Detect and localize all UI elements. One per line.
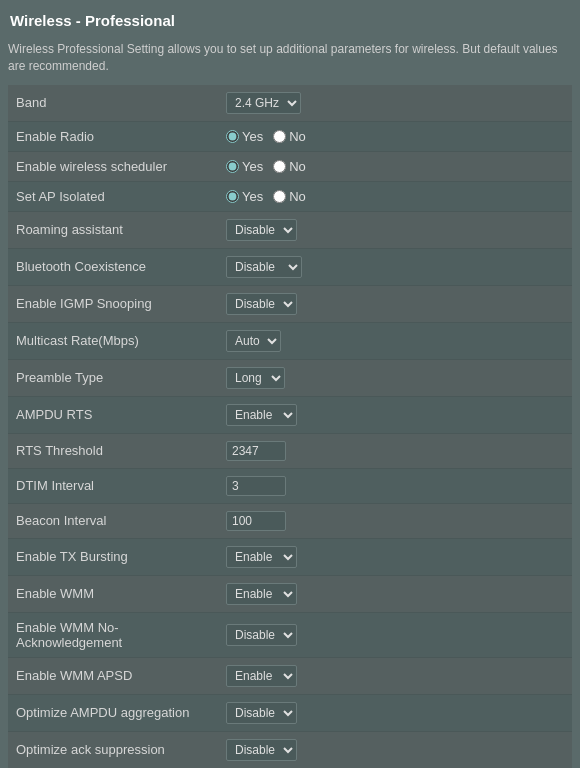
field-control-enable_igmp_snooping: DisableEnable — [218, 285, 572, 322]
field-control-rts_threshold — [218, 433, 572, 468]
field-control-enable_wmm: EnableDisable — [218, 575, 572, 612]
enable_wireless_scheduler-radio-no[interactable] — [273, 160, 286, 173]
set_ap_isolated-radio-label-no[interactable]: No — [273, 189, 306, 204]
enable_wireless_scheduler-radio-label-yes[interactable]: Yes — [226, 159, 263, 174]
enable_wmm_no_ack-select[interactable]: DisableEnable — [226, 624, 297, 646]
multicast_rate-select[interactable]: Auto125.511 — [226, 330, 281, 352]
set_ap_isolated-radio-yes[interactable] — [226, 190, 239, 203]
field-label-bluetooth_coexistence: Bluetooth Coexistence — [8, 248, 218, 285]
field-label-ampdu_rts: AMPDU RTS — [8, 396, 218, 433]
beacon_interval-input[interactable] — [226, 511, 286, 531]
field-control-enable_tx_bursting: EnableDisable — [218, 538, 572, 575]
field-control-optimize_ampdu: DisableEnable — [218, 694, 572, 731]
page-container: Wireless - Professional Wireless Profess… — [0, 0, 580, 768]
bluetooth_coexistence-select[interactable]: DisableEnablePreempt — [226, 256, 302, 278]
set_ap_isolated-radio-no[interactable] — [273, 190, 286, 203]
field-control-roaming_assistant: DisableEnable — [218, 211, 572, 248]
settings-row-roaming_assistant: Roaming assistantDisableEnable — [8, 211, 572, 248]
roaming_assistant-select[interactable]: DisableEnable — [226, 219, 297, 241]
field-label-band: Band — [8, 85, 218, 122]
field-label-enable_radio: Enable Radio — [8, 121, 218, 151]
enable_wireless_scheduler-radio-text-yes: Yes — [242, 159, 263, 174]
set_ap_isolated-radio-text-yes: Yes — [242, 189, 263, 204]
enable_radio-radio-label-yes[interactable]: Yes — [226, 129, 263, 144]
enable_wmm_apsd-select[interactable]: EnableDisable — [226, 665, 297, 687]
settings-row-enable_radio: Enable RadioYesNo — [8, 121, 572, 151]
enable_wmm-select[interactable]: EnableDisable — [226, 583, 297, 605]
settings-row-set_ap_isolated: Set AP IsolatedYesNo — [8, 181, 572, 211]
settings-row-multicast_rate: Multicast Rate(Mbps)Auto125.511 — [8, 322, 572, 359]
settings-row-rts_threshold: RTS Threshold — [8, 433, 572, 468]
settings-table: Band2.4 GHz5 GHzEnable RadioYesNoEnable … — [8, 85, 572, 768]
field-control-multicast_rate: Auto125.511 — [218, 322, 572, 359]
settings-row-optimize_ampdu: Optimize AMPDU aggregationDisableEnable — [8, 694, 572, 731]
field-control-optimize_ack: DisableEnable — [218, 731, 572, 768]
band-select[interactable]: 2.4 GHz5 GHz — [226, 92, 301, 114]
field-label-enable_tx_bursting: Enable TX Bursting — [8, 538, 218, 575]
settings-row-enable_wireless_scheduler: Enable wireless schedulerYesNo — [8, 151, 572, 181]
field-label-optimize_ampdu: Optimize AMPDU aggregation — [8, 694, 218, 731]
field-control-enable_wmm_no_ack: DisableEnable — [218, 612, 572, 657]
enable_igmp_snooping-select[interactable]: DisableEnable — [226, 293, 297, 315]
settings-row-optimize_ack: Optimize ack suppressionDisableEnable — [8, 731, 572, 768]
page-description: Wireless Professional Setting allows you… — [8, 41, 572, 75]
field-label-rts_threshold: RTS Threshold — [8, 433, 218, 468]
settings-row-enable_wmm_apsd: Enable WMM APSDEnableDisable — [8, 657, 572, 694]
field-control-dtim_interval — [218, 468, 572, 503]
field-control-band: 2.4 GHz5 GHz — [218, 85, 572, 122]
field-control-enable_wmm_apsd: EnableDisable — [218, 657, 572, 694]
field-label-multicast_rate: Multicast Rate(Mbps) — [8, 322, 218, 359]
enable_radio-radio-yes[interactable] — [226, 130, 239, 143]
set_ap_isolated-radio-label-yes[interactable]: Yes — [226, 189, 263, 204]
enable_radio-radio-text-yes: Yes — [242, 129, 263, 144]
enable_radio-radio-text-no: No — [289, 129, 306, 144]
enable_wireless_scheduler-radio-text-no: No — [289, 159, 306, 174]
field-label-optimize_ack: Optimize ack suppression — [8, 731, 218, 768]
set_ap_isolated-radio-text-no: No — [289, 189, 306, 204]
settings-row-ampdu_rts: AMPDU RTSEnableDisable — [8, 396, 572, 433]
enable_radio-radio-group: YesNo — [226, 129, 564, 144]
field-label-dtim_interval: DTIM Interval — [8, 468, 218, 503]
ampdu_rts-select[interactable]: EnableDisable — [226, 404, 297, 426]
enable_radio-radio-label-no[interactable]: No — [273, 129, 306, 144]
settings-row-enable_wmm_no_ack: Enable WMM No-AcknowledgementDisableEnab… — [8, 612, 572, 657]
settings-row-bluetooth_coexistence: Bluetooth CoexistenceDisableEnablePreemp… — [8, 248, 572, 285]
optimize_ack-select[interactable]: DisableEnable — [226, 739, 297, 761]
field-label-enable_wmm: Enable WMM — [8, 575, 218, 612]
field-label-beacon_interval: Beacon Interval — [8, 503, 218, 538]
field-label-enable_igmp_snooping: Enable IGMP Snooping — [8, 285, 218, 322]
optimize_ampdu-select[interactable]: DisableEnable — [226, 702, 297, 724]
settings-row-preamble_type: Preamble TypeLongShort — [8, 359, 572, 396]
field-label-enable_wireless_scheduler: Enable wireless scheduler — [8, 151, 218, 181]
field-control-preamble_type: LongShort — [218, 359, 572, 396]
field-control-enable_wireless_scheduler: YesNo — [218, 151, 572, 181]
enable_wireless_scheduler-radio-label-no[interactable]: No — [273, 159, 306, 174]
field-label-enable_wmm_apsd: Enable WMM APSD — [8, 657, 218, 694]
field-label-set_ap_isolated: Set AP Isolated — [8, 181, 218, 211]
field-label-enable_wmm_no_ack: Enable WMM No-Acknowledgement — [8, 612, 218, 657]
field-label-preamble_type: Preamble Type — [8, 359, 218, 396]
dtim_interval-input[interactable] — [226, 476, 286, 496]
field-control-bluetooth_coexistence: DisableEnablePreempt — [218, 248, 572, 285]
enable_wireless_scheduler-radio-yes[interactable] — [226, 160, 239, 173]
field-control-enable_radio: YesNo — [218, 121, 572, 151]
field-control-beacon_interval — [218, 503, 572, 538]
settings-row-enable_igmp_snooping: Enable IGMP SnoopingDisableEnable — [8, 285, 572, 322]
settings-row-enable_tx_bursting: Enable TX BurstingEnableDisable — [8, 538, 572, 575]
set_ap_isolated-radio-group: YesNo — [226, 189, 564, 204]
enable_tx_bursting-select[interactable]: EnableDisable — [226, 546, 297, 568]
enable_radio-radio-no[interactable] — [273, 130, 286, 143]
field-control-set_ap_isolated: YesNo — [218, 181, 572, 211]
field-label-roaming_assistant: Roaming assistant — [8, 211, 218, 248]
page-title: Wireless - Professional — [8, 8, 572, 33]
preamble_type-select[interactable]: LongShort — [226, 367, 285, 389]
enable_wireless_scheduler-radio-group: YesNo — [226, 159, 564, 174]
settings-row-dtim_interval: DTIM Interval — [8, 468, 572, 503]
settings-row-beacon_interval: Beacon Interval — [8, 503, 572, 538]
field-control-ampdu_rts: EnableDisable — [218, 396, 572, 433]
rts_threshold-input[interactable] — [226, 441, 286, 461]
settings-row-enable_wmm: Enable WMMEnableDisable — [8, 575, 572, 612]
settings-row-band: Band2.4 GHz5 GHz — [8, 85, 572, 122]
